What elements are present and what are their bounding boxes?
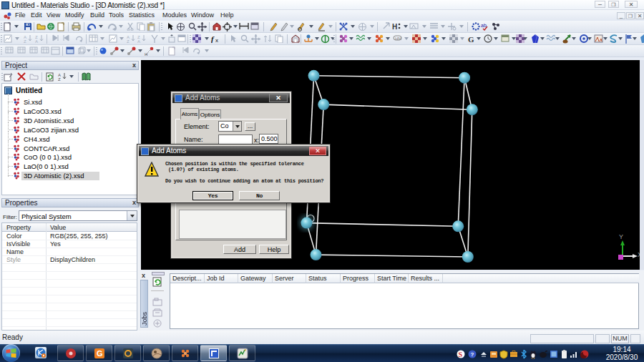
- svg-text:Z: Z: [24, 39, 26, 43]
- svg-text:ab: ab: [481, 23, 487, 28]
- svg-text:Z: Z: [35, 35, 38, 39]
- svg-text:A: A: [58, 73, 61, 77]
- svg-text:H: H: [145, 52, 147, 56]
- svg-text:HM: HM: [395, 36, 401, 41]
- svg-text:Z: Z: [127, 39, 130, 43]
- svg-text:A: A: [137, 39, 140, 43]
- svg-text:A: A: [35, 39, 38, 43]
- svg-text:G: G: [97, 349, 103, 358]
- svg-text:Z: Z: [137, 35, 140, 39]
- svg-text:A: A: [24, 35, 26, 39]
- svg-text:Z: Z: [58, 77, 61, 81]
- svg-text:A: A: [127, 35, 130, 39]
- svg-text:x: x: [215, 37, 218, 43]
- svg-text:f: f: [211, 34, 215, 43]
- svg-text:H: H: [392, 23, 397, 31]
- svg-text:G: G: [468, 35, 474, 44]
- svg-text:S: S: [459, 351, 463, 358]
- svg-text:Y: Y: [619, 233, 623, 240]
- svg-text:?: ?: [471, 351, 474, 358]
